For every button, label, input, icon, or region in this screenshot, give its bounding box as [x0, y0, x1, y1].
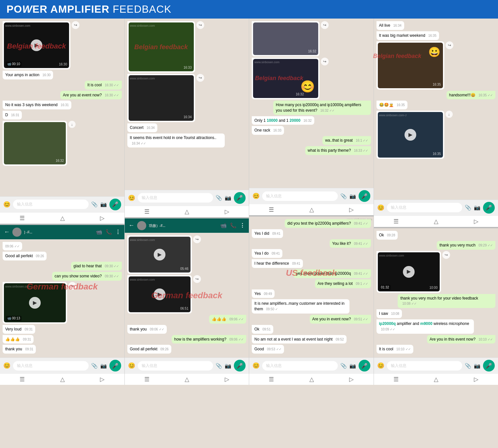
home-icon[interactable]: △: [60, 215, 65, 222]
message-input[interactable]: 输入信息: [387, 203, 462, 212]
back-icon[interactable]: ▷: [474, 218, 478, 225]
message-bubble: 😂🤩🧝 16:35: [377, 101, 407, 109]
emoji-button[interactable]: 😊: [377, 204, 384, 211]
scroll-down-button[interactable]: ↓: [446, 111, 453, 118]
attachment-button[interactable]: 📎: [340, 363, 347, 369]
play-button[interactable]: ▶: [29, 297, 41, 309]
back-icon[interactable]: ▷: [225, 208, 229, 215]
home-icon[interactable]: △: [434, 218, 438, 225]
forward-button[interactable]: ↪: [196, 74, 204, 82]
back-icon[interactable]: ▷: [474, 376, 478, 383]
camera-button[interactable]: 📷: [349, 363, 356, 369]
message-input-bar-bottom[interactable]: 😊 输入信息 📎 📷 🎤: [249, 357, 374, 373]
emoji-button[interactable]: 😊: [252, 192, 260, 200]
menu-icon[interactable]: ☰: [144, 208, 149, 215]
forward-button[interactable]: ↪: [68, 282, 76, 290]
attachment-button[interactable]: 📎: [91, 363, 98, 369]
menu-icon[interactable]: ☰: [20, 376, 25, 383]
play-button[interactable]: ▶: [31, 39, 42, 51]
mic-button[interactable]: 🎤: [109, 199, 121, 210]
forward-button[interactable]: ↪: [442, 251, 450, 259]
message-input[interactable]: 输入信息: [138, 193, 213, 203]
menu-icon[interactable]: ☰: [393, 218, 399, 225]
emoji-button[interactable]: 😊: [377, 362, 384, 369]
video-call-icon[interactable]: 📹: [96, 229, 102, 235]
message-input-bar-bottom[interactable]: 😊 输入信息 📎 📷 🎤: [125, 357, 249, 373]
emoji-button[interactable]: 😊: [3, 362, 10, 369]
back-icon[interactable]: ▷: [349, 376, 354, 383]
message-input[interactable]: 输入信息: [387, 361, 462, 371]
mic-button[interactable]: 🎤: [234, 192, 246, 204]
attachment-button[interactable]: 📎: [216, 363, 222, 369]
forward-button[interactable]: ↪: [196, 21, 204, 29]
video-call-icon[interactable]: 📹: [220, 222, 227, 229]
home-icon[interactable]: △: [60, 376, 65, 383]
play-button[interactable]: ▶: [154, 249, 165, 260]
forward-button[interactable]: ↪: [446, 41, 453, 49]
mic-button[interactable]: 🎤: [109, 360, 121, 371]
message-input[interactable]: 输入信息: [13, 361, 89, 371]
forward-button[interactable]: ↪: [321, 58, 329, 65]
play-button[interactable]: ▶: [403, 266, 415, 278]
back-icon[interactable]: ▷: [100, 376, 105, 383]
emoji-button[interactable]: 😊: [128, 362, 135, 369]
more-icon[interactable]: ⋮: [240, 222, 245, 229]
menu-icon[interactable]: ☰: [269, 206, 274, 213]
mic-button[interactable]: 🎤: [483, 202, 495, 214]
back-button[interactable]: ←: [4, 229, 10, 235]
message-bubble: thank you 09:06 ✓✓: [127, 325, 167, 334]
attachment-button[interactable]: 📎: [465, 204, 471, 211]
camera-button[interactable]: 📷: [349, 193, 356, 199]
menu-icon[interactable]: ☰: [393, 376, 399, 383]
home-icon[interactable]: △: [434, 376, 438, 383]
menu-icon[interactable]: ☰: [269, 376, 274, 383]
attachment-button[interactable]: 📎: [216, 195, 222, 201]
forward-button[interactable]: ↪: [193, 235, 201, 243]
menu-icon[interactable]: ☰: [20, 215, 25, 222]
camera-button[interactable]: 📷: [474, 363, 480, 369]
message-input-bar-bottom[interactable]: 😊 输入信息 📎 📷 🎤: [374, 357, 498, 373]
message-input[interactable]: 输入信息: [13, 200, 89, 209]
home-icon[interactable]: △: [309, 206, 314, 213]
camera-button[interactable]: 📷: [225, 363, 231, 369]
back-icon[interactable]: ▷: [225, 376, 229, 383]
forward-button[interactable]: ↪: [72, 21, 79, 29]
message-input[interactable]: 输入信息: [262, 191, 338, 201]
mic-button[interactable]: 🎤: [234, 360, 246, 371]
call-icon[interactable]: 📞: [230, 222, 236, 229]
more-icon[interactable]: ⋮: [115, 229, 121, 235]
play-button[interactable]: ▶: [405, 129, 416, 141]
mic-button[interactable]: 🎤: [359, 360, 370, 371]
message-input-bar-top[interactable]: 😊 输入信息 📎 📷 🎤: [374, 200, 498, 216]
message-input[interactable]: 输入信息: [138, 361, 213, 371]
emoji-button[interactable]: 😊: [128, 194, 135, 202]
scroll-down-button[interactable]: ↓: [68, 121, 76, 128]
home-icon[interactable]: △: [185, 208, 189, 215]
attachment-button[interactable]: 📎: [340, 193, 347, 199]
play-button[interactable]: ▶: [154, 288, 165, 300]
mic-button[interactable]: 🎤: [359, 190, 370, 202]
camera-button[interactable]: 📷: [100, 201, 107, 207]
home-icon[interactable]: △: [185, 376, 189, 383]
camera-button[interactable]: 📷: [100, 363, 107, 369]
emoji-button[interactable]: 😊: [3, 201, 10, 208]
forward-button[interactable]: ↪: [321, 21, 329, 29]
attachment-button[interactable]: 📎: [91, 201, 98, 207]
camera-button[interactable]: 📷: [225, 195, 231, 201]
back-icon[interactable]: ▷: [100, 215, 105, 222]
forward-button[interactable]: ↪: [193, 275, 201, 283]
back-button[interactable]: ←: [129, 222, 135, 229]
message-input[interactable]: 输入信息: [262, 361, 338, 371]
back-icon[interactable]: ▷: [349, 206, 354, 213]
mic-button[interactable]: 🎤: [483, 360, 495, 371]
call-icon[interactable]: 📞: [106, 229, 112, 235]
menu-icon[interactable]: ☰: [144, 376, 149, 383]
message-input-bar-top[interactable]: 😊 输入信息 📎 📷 🎤: [249, 188, 374, 204]
attachment-button[interactable]: 📎: [465, 363, 471, 369]
message-input-bar-top[interactable]: 😊 输入信息 📎 📷 🎤: [125, 190, 249, 206]
message-input-bar-bottom[interactable]: 😊 输入信息 📎 📷 🎤: [0, 357, 124, 373]
message-input-bar-top[interactable]: 😊 输入信息 📎 📷 🎤: [0, 196, 124, 212]
emoji-button[interactable]: 😊: [252, 362, 260, 369]
home-icon[interactable]: △: [309, 376, 314, 383]
camera-button[interactable]: 📷: [474, 204, 480, 211]
